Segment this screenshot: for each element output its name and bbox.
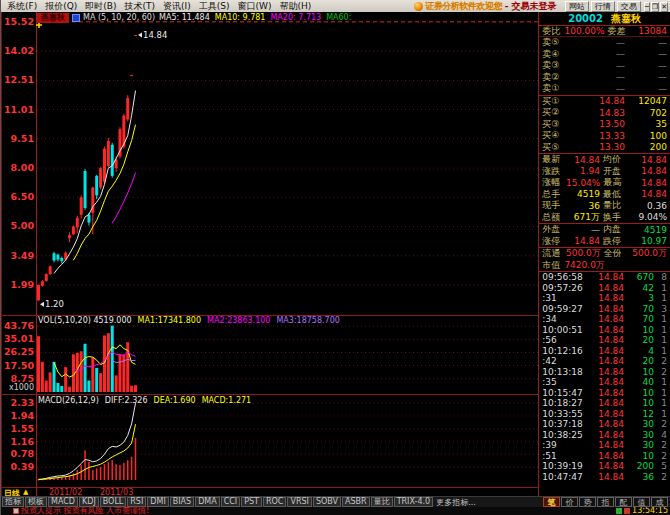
tick-volume: 20 [624, 335, 654, 345]
chart-area[interactable]: 燕塞秋 MA (5, 10, 20, 60) MA5: 11.484MA10: … [1, 12, 538, 496]
indicator-button[interactable]: CCI [221, 497, 241, 507]
indicator-button[interactable]: SOBV [313, 497, 341, 507]
stat-label: 换手 [603, 212, 627, 224]
tick-count: 8 [654, 272, 667, 282]
menu-item[interactable]: 报价(Q) [41, 1, 81, 11]
stat-label: 全份 [604, 248, 628, 260]
stat-row: 最新14.84均价14.84 [539, 154, 670, 166]
buy-level-volume: 702 [625, 108, 667, 118]
stat-value: 10.97 [627, 236, 667, 246]
stock-tab[interactable]: 燕塞秋 [37, 13, 69, 23]
tick-row: 10:13:1814.84102 [539, 367, 670, 378]
menu-item[interactable]: 窗口(W) [233, 1, 275, 11]
indicator-button[interactable]: 量比 [371, 497, 393, 507]
titlebar-button[interactable]: 交易 [617, 1, 641, 12]
indicator-button[interactable]: BIAS [170, 497, 194, 507]
tick-price: 14.84 [584, 419, 624, 429]
menu-item[interactable]: 技术(T) [121, 1, 160, 11]
tick-list[interactable]: 09:56:5814.84670809:57:2614.84421:3114.8… [539, 272, 670, 496]
titlebar-right: 证券分析软件欢迎您 - 交易未登录 网站行情交易 ─❐✕ [414, 0, 668, 13]
buy-level-row[interactable]: 买①14.8412047 [539, 96, 670, 108]
indicator-button[interactable]: VRSI [287, 497, 311, 507]
tick-time: :56 [542, 335, 584, 345]
tick-volume: 42 [624, 283, 654, 293]
ma-value-label: MA60: [326, 13, 351, 22]
x-axis-date: 2011/03 [100, 488, 133, 496]
stat-label: 市值 [542, 260, 564, 272]
indicator-button[interactable]: RSI [127, 497, 146, 507]
indicator-button[interactable]: ASBR [342, 497, 370, 507]
quote-view-tab[interactable]: 指 [597, 497, 614, 507]
quote-view-tab[interactable]: 价 [561, 497, 578, 507]
indicator-button[interactable]: BOLL [100, 497, 127, 507]
indicator-button[interactable]: MACD [48, 497, 78, 507]
sell-level-row[interactable]: 卖②—— [539, 72, 670, 84]
menu-item[interactable]: 资讯(I) [159, 1, 195, 11]
tick-row: 09:56:5814.846708 [539, 272, 670, 283]
tick-count: 2 [654, 440, 667, 450]
tick-row: 10:39:1914.842005 [539, 461, 670, 472]
quote-panel-header: 20002 燕塞秋 [539, 12, 670, 26]
sell-level-row[interactable]: 卖⑤—— [539, 37, 670, 49]
restore-button[interactable]: ❐ [651, 2, 659, 12]
tick-volume: 670 [624, 272, 654, 282]
more-indicators-button[interactable]: 更多指标... [436, 497, 476, 508]
sell-level-volume: — [625, 61, 667, 71]
indicator-button[interactable]: DMA [195, 497, 220, 507]
tick-time: :31 [542, 293, 584, 303]
sell-level-row[interactable]: 卖③—— [539, 60, 670, 72]
indicator-tab-button[interactable]: 模板 [25, 497, 47, 507]
sell-level-row[interactable]: 卖④—— [539, 49, 670, 61]
buy-level-row[interactable]: 买③13.5035 [539, 119, 670, 131]
login-status-label: - 交易未登录 [505, 0, 557, 13]
quote-view-tab[interactable]: 笔 [543, 497, 560, 507]
status-right: 13:54:15 [616, 507, 670, 515]
buy-level-row[interactable]: 买②14.83702 [539, 107, 670, 119]
sell-level-price: — [566, 49, 625, 59]
period-selector[interactable]: 日线 [4, 488, 20, 496]
indicator-button[interactable]: ROC [263, 497, 286, 507]
macd-header-label: DEA:1.690 [153, 396, 195, 405]
sell-level-volume: — [625, 72, 667, 82]
indicator-button[interactable]: KDJ [79, 497, 99, 507]
quote-view-tab[interactable]: 配 [615, 497, 632, 507]
stat-value: 7420.0万 [564, 260, 605, 272]
menu-item[interactable]: 工具(S) [195, 1, 234, 11]
close-button[interactable]: ✕ [660, 2, 668, 12]
buy-level-row[interactable]: 买⑤13.30200 [539, 142, 670, 154]
menu-item[interactable]: 即时(B) [81, 1, 120, 11]
minimize-button[interactable]: ─ [644, 2, 650, 12]
buy-level-row[interactable]: 买④13.33100 [539, 130, 670, 142]
tick-count: 1 [654, 325, 667, 335]
kline-chart[interactable]: 15.5214.0212.5111.019.518.006.505.003.49… [1, 12, 538, 496]
buy-level-price: 13.50 [566, 119, 625, 129]
svg-text:11.01: 11.01 [4, 104, 34, 115]
tick-row: 09:59:2714.84703 [539, 304, 670, 315]
menu-list: 系统(F)报价(Q)即时(B)技术(T)资讯(I)工具(S)窗口(W)帮助(H) [3, 1, 315, 12]
connection-status-icon [624, 508, 630, 514]
stat-label: 最新 [542, 154, 566, 166]
titlebar-button[interactable]: 网站 [565, 1, 589, 12]
tick-time: :35 [542, 377, 584, 387]
quote-view-tab[interactable]: 成 [651, 497, 668, 507]
chart-type-icon[interactable] [72, 14, 80, 22]
indicator-button[interactable]: DMI [147, 497, 168, 507]
stat-value: 15.04% [566, 178, 600, 188]
quote-view-tab[interactable]: 势 [579, 497, 596, 507]
menu-item[interactable]: 系统(F) [3, 1, 41, 11]
menu-item[interactable]: 帮助(H) [275, 1, 315, 11]
stat-value: 14.84 [566, 155, 600, 165]
stat-value: 14.84 [627, 178, 667, 188]
tick-count: 2 [654, 367, 667, 377]
sell-level-row[interactable]: 卖①—— [539, 83, 670, 95]
network-status-icon [616, 508, 622, 514]
tick-volume: 3 [624, 293, 654, 303]
buy-level-volume: 100 [625, 131, 667, 141]
tick-time: 10:15:47 [542, 388, 584, 398]
indicator-button[interactable]: PST [241, 497, 262, 507]
indicator-button[interactable]: TRIX-4.0 [394, 497, 434, 507]
quote-view-tab[interactable]: 值 [633, 497, 650, 507]
period-dropdown-arrow[interactable]: ▲ [23, 488, 28, 496]
indicator-tab-button[interactable]: 指标 [2, 497, 24, 507]
titlebar-button[interactable]: 行情 [591, 1, 615, 12]
